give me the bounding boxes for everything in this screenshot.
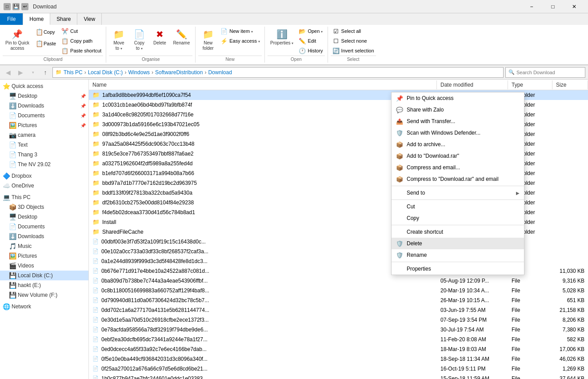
tab-share[interactable]: Share bbox=[50, 13, 77, 25]
address-bar[interactable]: 📁 This PC › Local Disk (C:) › Windows › … bbox=[52, 67, 504, 78]
open-button[interactable]: 📂 Open ▾ bbox=[297, 27, 324, 36]
title-bar-icons: □ 💾 ↩ bbox=[4, 3, 28, 10]
file-icon: 📄 bbox=[92, 258, 99, 264]
context-menu-item-copy[interactable]: Copy bbox=[392, 212, 524, 224]
back-button[interactable]: ◀ bbox=[3, 67, 13, 78]
sidebar-item-quick-access[interactable]: ⭐ Quick access bbox=[0, 81, 88, 91]
context-menu-item-create-shortcut[interactable]: Create shortcut bbox=[392, 226, 524, 238]
text-icon: 📄 bbox=[9, 141, 16, 148]
address-part-windows[interactable]: Windows bbox=[128, 69, 150, 76]
table-row[interactable]: 📄0f5e10e0ba449cf936842031d3c8096a340f...… bbox=[89, 354, 588, 364]
select-all-button[interactable]: ☑ Select all bbox=[331, 27, 376, 36]
search-input[interactable] bbox=[516, 70, 582, 75]
move-to-button[interactable]: 📁 Moveto ▾ bbox=[109, 27, 128, 52]
table-row[interactable]: 📄0e78acfda958566a78df32919f794dbe9de6...… bbox=[89, 325, 588, 335]
sidebar-item-camera[interactable]: 📷 camera bbox=[0, 130, 88, 140]
search-bar[interactable]: 🔍 bbox=[505, 67, 585, 78]
close-button[interactable]: ✕ bbox=[564, 0, 584, 13]
address-part-thispc[interactable]: This PC bbox=[64, 69, 83, 76]
context-menu-item-delete[interactable]: 🛡️Delete bbox=[392, 238, 524, 249]
cut-button[interactable]: ✂️ Cut bbox=[60, 27, 103, 36]
context-menu-item-properties[interactable]: Properties bbox=[392, 263, 524, 275]
sidebar-item-downloads-2[interactable]: ⬇️ Downloads bbox=[0, 231, 88, 241]
context-menu-item-add-to-downloadrar[interactable]: 📦Add to "Download.rar" bbox=[392, 150, 524, 162]
sidebar-item-pictures-2[interactable]: 🖼️ Pictures bbox=[0, 251, 88, 261]
context-menu-item-rename[interactable]: 🛡️Rename bbox=[392, 249, 524, 261]
select-none-button[interactable]: ☐ Select none bbox=[331, 36, 376, 45]
sidebar-item-this-pc[interactable]: 💻 This PC bbox=[0, 192, 88, 202]
context-menu-item-compress-and-email[interactable]: 📦Compress and email... bbox=[392, 162, 524, 173]
context-menu-item-send-with-transfer[interactable]: 📤Send with Transfer... bbox=[392, 116, 524, 127]
folder-icon: 📁 bbox=[92, 170, 100, 176]
sidebar-item-haokt-e[interactable]: 💾 haokt (E:) bbox=[0, 280, 88, 290]
sidebar-item-thenV[interactable]: 📄 The NV 29.02 bbox=[0, 160, 88, 169]
delete-button[interactable]: ✖ Delete bbox=[150, 27, 169, 47]
sidebar-item-dropbox[interactable]: 🔷 Dropbox bbox=[0, 171, 88, 181]
table-row[interactable]: 📄1b0c877b947ae7bfc244601e0ddc1e03383...1… bbox=[89, 374, 588, 379]
sidebar-item-desktop-1[interactable]: 🖥️ Desktop 📌 bbox=[0, 91, 88, 101]
sidebar-item-onedrive[interactable]: ☁️ OneDrive bbox=[0, 181, 88, 191]
new-folder-button[interactable]: 📁 Newfolder bbox=[198, 27, 218, 52]
edit-button[interactable]: ✏️ Edit bbox=[297, 36, 324, 45]
pin-to-quick-access-button[interactable]: 📌 Pin to Quickaccess bbox=[3, 27, 32, 52]
col-header-size[interactable]: Size bbox=[552, 80, 588, 89]
table-row[interactable]: 📄0f25aa270012a676a66c97d5e6d8cd6be21...1… bbox=[89, 364, 588, 374]
recent-button[interactable]: ▾ bbox=[28, 67, 38, 78]
address-part-download[interactable]: Download bbox=[208, 69, 232, 76]
context-menu-item-compress-to-downloadrar-and-email[interactable]: 📦Compress to "Download.rar" and email bbox=[392, 173, 524, 185]
col-header-type[interactable]: Type bbox=[508, 80, 552, 89]
sidebar-item-music[interactable]: 🎵 Music bbox=[0, 241, 88, 251]
minimize-button[interactable]: − bbox=[521, 0, 542, 13]
context-menu-item-add-to-archive[interactable]: 📦Add to archive... bbox=[392, 139, 524, 150]
sidebar-item-pictures-1[interactable]: 🖼️ Pictures 📌 bbox=[0, 120, 88, 130]
maximize-button[interactable]: □ bbox=[543, 0, 563, 13]
col-header-date[interactable]: Date modified bbox=[437, 80, 508, 89]
paste-shortcut-button[interactable]: 📋 Paste shortcut bbox=[60, 46, 103, 55]
sidebar-item-text[interactable]: 📄 Text bbox=[0, 140, 88, 150]
sidebar-item-documents-2[interactable]: 📄 Documents bbox=[0, 222, 88, 231]
new-item-button[interactable]: 📄 New item ▾ bbox=[219, 27, 262, 36]
sidebar-item-desktop-2[interactable]: 🖥️ Desktop bbox=[0, 212, 88, 222]
sidebar-item-3d-objects[interactable]: 📦 3D Objects bbox=[0, 202, 88, 212]
tab-file[interactable]: File bbox=[0, 13, 23, 25]
context-menu-item-pin-to-quick-access[interactable]: 📌Pin to Quick access bbox=[392, 92, 524, 104]
context-menu-item-send-to[interactable]: Send to▶ bbox=[392, 187, 524, 199]
sidebar-item-new-volume-f[interactable]: 💾 New Volume (F:) bbox=[0, 290, 88, 300]
up-button[interactable]: ↑ bbox=[40, 67, 51, 78]
sidebar-item-local-disk-c[interactable]: 💾 Local Disk (C:) bbox=[0, 271, 88, 280]
copy-to-button[interactable]: 📄 Copyto ▾ bbox=[129, 27, 149, 52]
rename-button[interactable]: ✏️ Rename bbox=[170, 27, 192, 47]
invert-selection-button[interactable]: 🔄 Invert selection bbox=[331, 46, 376, 55]
tab-view[interactable]: View bbox=[77, 13, 102, 25]
properties-button[interactable]: ℹ️ Properties ▾ bbox=[268, 27, 296, 47]
context-menu-icon: 🛡️ bbox=[396, 251, 403, 259]
file-icon: 📄 bbox=[92, 346, 99, 352]
table-row[interactable]: 📄0e30d1e5aa70d510c26918cfbe2ece1372f3...… bbox=[89, 315, 588, 325]
sidebar-item-documents-1[interactable]: 📄 Documents 📌 bbox=[0, 111, 88, 120]
tab-home[interactable]: Home bbox=[23, 13, 50, 25]
sidebar-item-thang3[interactable]: 📄 Thang 3 bbox=[0, 150, 88, 160]
paste-button[interactable]: 📋 Paste bbox=[33, 38, 59, 49]
history-button[interactable]: 🕐 History bbox=[297, 46, 324, 55]
context-menu-item-cut[interactable]: Cut bbox=[392, 201, 524, 212]
table-row[interactable]: 📄0c8b11800516699883a660752aff129f4baf8..… bbox=[89, 286, 588, 295]
sidebar-item-videos[interactable]: 🎬 Videos bbox=[0, 261, 88, 271]
table-row[interactable]: 📄0d790940d811d0a067306424d32bc78c5b7...2… bbox=[89, 295, 588, 305]
address-part-localdisk[interactable]: Local Disk (C:) bbox=[88, 69, 123, 76]
address-part-softwaredistribution[interactable]: SoftwareDistribution bbox=[155, 69, 203, 76]
forward-button[interactable]: ▶ bbox=[15, 67, 26, 78]
table-row[interactable]: 📄0dd702c1a6a277170a4131e5b6281144774...0… bbox=[89, 305, 588, 315]
copy-path-button[interactable]: 📋 Copy path bbox=[60, 36, 103, 45]
context-menu-item-scan-with-windows-defender[interactable]: 🛡️Scan with Windows Defender... bbox=[392, 127, 524, 139]
new-label: New bbox=[198, 56, 262, 63]
table-row[interactable]: 📄0ba809d7b738be7c744a3a4eae543906ffbf...… bbox=[89, 276, 588, 286]
sidebar-item-network[interactable]: 🌐 Network bbox=[0, 302, 88, 311]
table-row[interactable]: 📄0ed0dcecc4a65f33a92c7e6ec4166be7dab...1… bbox=[89, 344, 588, 354]
easy-access-button[interactable]: ⚡ Easy access ▾ bbox=[219, 36, 262, 45]
col-header-name[interactable]: Name bbox=[89, 80, 437, 89]
local-disk-c-icon: 💾 bbox=[9, 272, 16, 279]
copy-button[interactable]: 📋 Copy bbox=[33, 27, 59, 37]
context-menu-item-share-with-zalo[interactable]: 💬Share with Zalo bbox=[392, 104, 524, 116]
sidebar-item-downloads-1[interactable]: ⬇️ Downloads 📌 bbox=[0, 101, 88, 111]
table-row[interactable]: 📄0ebf2ea30dcfb695dc73441a9244e78a1f27...… bbox=[89, 335, 588, 344]
